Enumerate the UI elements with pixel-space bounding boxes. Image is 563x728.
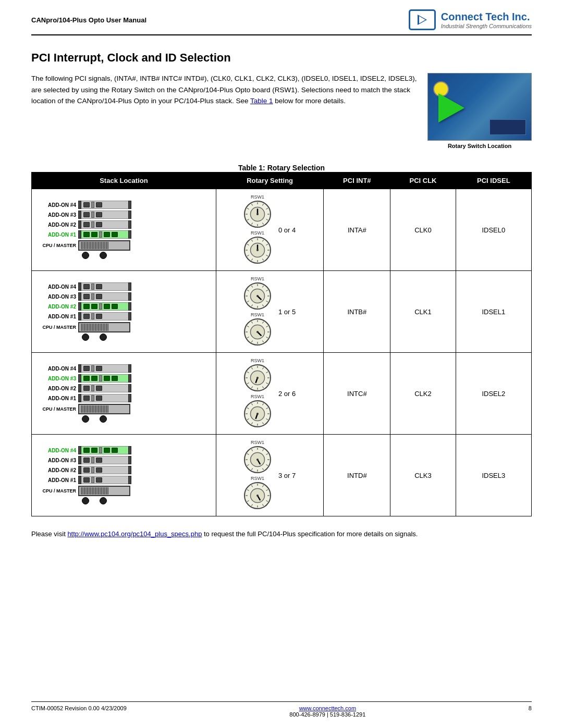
rack-wheel-right <box>100 334 107 341</box>
shelf-board-body <box>81 312 128 320</box>
mini-chip <box>83 284 90 289</box>
mini-chip <box>96 294 102 299</box>
shelf-label: ADD-ON #2 <box>39 386 78 391</box>
shelf-label: ADD-ON #4 <box>39 284 78 290</box>
shelf-right-edge <box>128 394 131 402</box>
cpu-pin <box>93 324 94 331</box>
shelf-board-body <box>81 394 128 402</box>
rack-shelf-row: ADD-ON #4 <box>39 201 209 209</box>
cpu-pin <box>106 405 107 413</box>
table1-link[interactable]: Table 1 <box>250 97 273 105</box>
table-title: Table 1: Rotary Selection <box>31 164 532 172</box>
shelf-board-wrap <box>78 466 131 474</box>
mini-connector <box>91 313 94 319</box>
pci-idsel-cell: IDSEL1 <box>456 271 531 353</box>
cpu-pin <box>85 242 87 249</box>
rsw-label-top: RSW1 <box>251 440 264 445</box>
cpu-pin <box>101 242 102 249</box>
cpu-pin <box>81 405 82 413</box>
cpu-pin <box>84 405 85 413</box>
rack-wheels <box>39 415 209 423</box>
shelf-label: ADD-ON #4 <box>39 448 78 453</box>
pci-int-cell: INTB# <box>324 271 390 353</box>
cpu-shelf-row: CPU / MASTER <box>39 240 209 251</box>
specs-link[interactable]: http://www.pc104.org/pc104_plus_specs.ph… <box>67 530 202 538</box>
mini-connector <box>99 447 102 453</box>
cpu-pin <box>100 405 101 413</box>
mini-chip-highlighted <box>91 304 97 309</box>
mini-connector <box>91 385 94 391</box>
shelf-label: ADD-ON #2 <box>39 304 78 310</box>
cpu-pin <box>96 487 97 495</box>
shelf-label: ADD-ON #2 <box>39 222 78 228</box>
intro-paragraph-end: below for more details. <box>275 97 346 105</box>
cpu-pin <box>89 487 90 495</box>
shelf-board-body <box>81 201 128 209</box>
rack-wheel-left <box>82 497 89 504</box>
shelf-right-edge <box>128 476 131 484</box>
cpu-pin <box>98 405 99 413</box>
svg-point-63 <box>256 331 259 333</box>
cpu-pin <box>98 487 99 495</box>
rotary-cell-inner: RSW1 RSW1 1 or 5 <box>222 276 319 347</box>
shelf-board-body <box>81 456 128 464</box>
rotary-switch-top <box>244 201 271 229</box>
pci-clk-cell: CLK0 <box>390 189 456 271</box>
shelf-board-body <box>81 466 128 474</box>
stack-location-cell: ADD-ON #4 ADD-ON #3 <box>32 353 216 435</box>
cpu-pin <box>92 324 93 331</box>
footer-website-link[interactable]: www.connecttech.com <box>299 705 356 711</box>
cpu-pin <box>92 405 93 413</box>
pci-idsel-cell: IDSEL2 <box>456 353 531 435</box>
rsw-label-bottom: RSW1 <box>251 476 264 481</box>
shelf-board-body <box>81 282 128 291</box>
rack-wheels <box>39 334 209 341</box>
mini-chip <box>83 212 90 217</box>
cpu-pin <box>92 242 93 249</box>
mini-connector <box>91 395 94 401</box>
cpu-shelf-row: CPU / MASTER <box>39 486 209 496</box>
stack-diagram: ADD-ON #4 ADD-ON #3 <box>37 278 211 345</box>
shelf-label: ADD-ON #3 <box>39 294 78 300</box>
cpu-pin <box>100 324 101 331</box>
rack-wheels <box>39 252 209 259</box>
cpu-pin <box>87 242 88 249</box>
shelf-board-wrap <box>78 364 131 373</box>
company-name: Connect Tech Inc. <box>441 10 532 23</box>
col-header-pci-idsel: PCI IDSEL <box>456 172 531 189</box>
cpu-board-body <box>78 240 130 251</box>
cpu-pin <box>95 487 96 495</box>
cpu-pin <box>87 487 88 495</box>
cpu-pin <box>103 242 104 249</box>
mini-chip-highlighted <box>112 376 118 381</box>
shelf-board-wrap <box>78 292 131 301</box>
cpu-board-body <box>78 404 130 414</box>
footer-center: www.connecttech.com 800-426-8979 | 519-8… <box>289 705 365 718</box>
rack-wheel-left <box>82 334 89 341</box>
table-row: ADD-ON #4 ADD-ON #3 <box>32 271 532 353</box>
cpu-pin <box>106 242 107 249</box>
mini-chip <box>83 222 90 227</box>
cpu-pin <box>106 487 107 495</box>
shelf-board-body <box>81 446 128 454</box>
cpu-shelf-label: CPU / MASTER <box>39 243 78 248</box>
cpu-pin <box>84 487 85 495</box>
rotary-svg-wrap: RSW1 RSW1 <box>244 358 271 429</box>
cpu-pin <box>93 487 94 495</box>
cpu-pin <box>85 405 87 413</box>
table-row: ADD-ON #4 ADD-ON #3 <box>32 189 532 271</box>
pci-clk-cell: CLK3 <box>390 435 456 516</box>
logo-box <box>409 9 436 30</box>
cpu-shelf-row: CPU / MASTER <box>39 322 209 332</box>
cpu-pin <box>90 487 91 495</box>
shelf-right-edge <box>128 312 131 320</box>
cpu-pin <box>82 324 83 331</box>
pci-idsel-cell: IDSEL3 <box>456 435 531 516</box>
stack-location-cell: ADD-ON #4 ADD-ON #3 <box>32 189 216 271</box>
mini-chip <box>83 314 90 319</box>
mini-connector <box>91 293 94 300</box>
shelf-label: ADD-ON #4 <box>39 202 78 208</box>
svg-point-79 <box>256 377 259 379</box>
mini-chip <box>96 222 102 227</box>
bottom-text-after-link: to request the full PC/104-Plus specific… <box>202 530 418 538</box>
